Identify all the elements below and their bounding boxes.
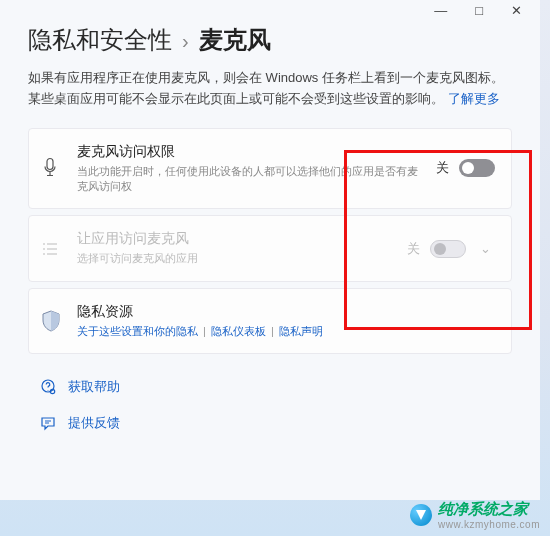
- titlebar: — □ ✕: [0, 0, 540, 20]
- footer-links: 获取帮助 提供反馈: [0, 360, 540, 432]
- breadcrumb-section[interactable]: 隐私和安全性: [28, 24, 172, 56]
- privacy-statement-link[interactable]: 隐私声明: [279, 325, 323, 337]
- page-title: 麦克风: [199, 24, 271, 56]
- get-help-link[interactable]: 获取帮助: [68, 378, 120, 396]
- mic-access-state: 关: [436, 159, 449, 177]
- close-button[interactable]: ✕: [511, 3, 522, 18]
- breadcrumb: 隐私和安全性 › 麦克风: [0, 20, 540, 66]
- privacy-resources-card: 隐私资源 关于这些设置和你的隐私 | 隐私仪表板 | 隐私声明: [28, 288, 512, 354]
- chevron-down-icon[interactable]: ⌄: [476, 241, 495, 256]
- maximize-button[interactable]: □: [475, 3, 483, 18]
- minimize-button[interactable]: —: [434, 3, 447, 18]
- app-access-state: 关: [407, 240, 420, 258]
- app-access-sub: 选择可访问麦克风的应用: [77, 251, 393, 266]
- description-text: 如果有应用程序正在使用麦克风，则会在 Windows 任务栏上看到一个麦克风图标…: [28, 70, 504, 106]
- settings-window: — □ ✕ 隐私和安全性 › 麦克风 如果有应用程序正在使用麦克风，则会在 Wi…: [0, 0, 540, 500]
- privacy-resources-links: 关于这些设置和你的隐私 | 隐私仪表板 | 隐私声明: [77, 324, 495, 339]
- separator: |: [203, 325, 206, 337]
- list-icon: [41, 240, 63, 258]
- app-access-toggle: [430, 240, 466, 258]
- privacy-resources-title: 隐私资源: [77, 303, 495, 321]
- app-access-card: 让应用访问麦克风 选择可访问麦克风的应用 关 ⌄: [28, 215, 512, 281]
- mic-access-card: 麦克风访问权限 当此功能开启时，任何使用此设备的人都可以选择他们的应用是否有麦克…: [28, 128, 512, 210]
- chevron-right-icon: ›: [182, 30, 189, 53]
- help-icon: [40, 379, 56, 395]
- microphone-icon: [41, 157, 63, 179]
- feedback-icon: [40, 415, 56, 431]
- mic-access-title: 麦克风访问权限: [77, 143, 422, 161]
- page-description: 如果有应用程序正在使用麦克风，则会在 Windows 任务栏上看到一个麦克风图标…: [0, 66, 540, 110]
- watermark-name: 纯净系统之家: [438, 500, 540, 519]
- privacy-dashboard-link[interactable]: 隐私仪表板: [211, 325, 266, 337]
- mic-access-sub: 当此功能开启时，任何使用此设备的人都可以选择他们的应用是否有麦克风访问权: [77, 164, 422, 195]
- learn-more-link[interactable]: 了解更多: [448, 91, 500, 106]
- app-access-title: 让应用访问麦克风: [77, 230, 393, 248]
- watermark-url: www.kzmyhome.com: [438, 519, 540, 530]
- privacy-about-link[interactable]: 关于这些设置和你的隐私: [77, 325, 198, 337]
- mic-access-toggle[interactable]: [459, 159, 495, 177]
- separator: |: [271, 325, 274, 337]
- give-feedback-link[interactable]: 提供反馈: [68, 414, 120, 432]
- shield-icon: [41, 310, 63, 332]
- watermark-logo-icon: [410, 504, 432, 526]
- watermark: 纯净系统之家 www.kzmyhome.com: [410, 500, 540, 530]
